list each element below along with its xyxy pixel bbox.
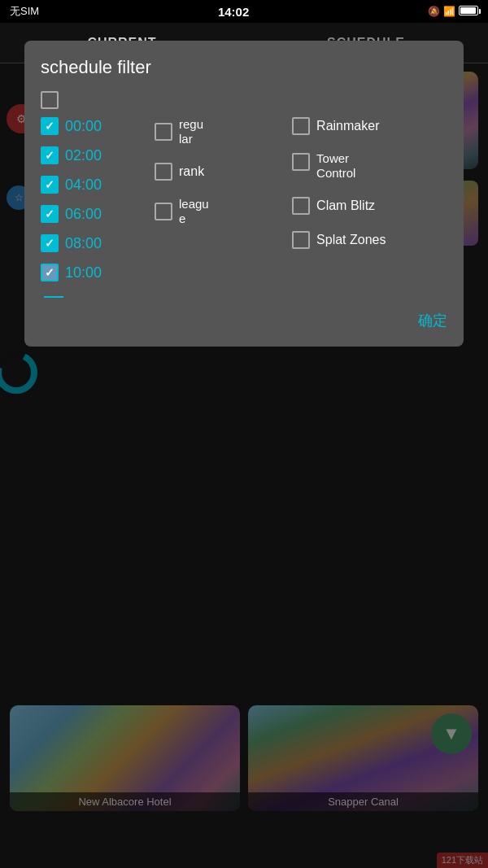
filter-title: schedule filter — [41, 57, 447, 78]
time-checkbox-5[interactable]: ✓ — [41, 264, 59, 281]
battery-icon — [459, 6, 478, 15]
mode-row-league: leagu e — [155, 197, 284, 226]
rule-checkbox-tower[interactable] — [292, 153, 310, 171]
time-label-4: 08:00 — [65, 235, 102, 252]
rule-checkbox-splat[interactable] — [292, 231, 310, 249]
time-checkbox-1[interactable]: ✓ — [41, 146, 59, 164]
time-label-3: 06:00 — [65, 206, 102, 223]
mode-checkbox-regular[interactable] — [155, 123, 172, 141]
rule-label-splat: Splat Zones — [316, 233, 386, 247]
mode-checkbox-rank[interactable] — [155, 163, 172, 181]
time-row-2: ✓ 04:00 — [41, 176, 146, 194]
mode-label-league: leagu e — [179, 197, 209, 226]
time-row-1: ✓ 02:00 — [41, 146, 146, 164]
filter-content: ✓ 00:00 ✓ 02:00 ✓ 04:00 ✓ 06:00 — [41, 117, 447, 298]
time-row-5: ✓ 10:00 — [41, 264, 146, 281]
mode-label-regular: regu lar — [179, 117, 203, 146]
confirm-button[interactable]: 确定 — [418, 311, 447, 330]
rule-row-splat: Splat Zones — [292, 231, 447, 249]
time-label-5: 10:00 — [65, 264, 102, 281]
wifi-icon: 📶 — [443, 6, 455, 17]
battery-container — [459, 6, 478, 18]
time-row-0: ✓ 00:00 — [41, 117, 146, 135]
time-checkbox-3[interactable]: ✓ — [41, 205, 59, 223]
rule-row-rainmaker: Rainmaker — [292, 117, 447, 135]
confirm-row: 确定 — [41, 311, 447, 330]
carrier-label: 无SIM — [10, 4, 39, 19]
rule-label-rainmaker: Rainmaker — [316, 119, 379, 133]
rule-row-clam: Clam Blitz — [292, 197, 447, 215]
time-column: ✓ 00:00 ✓ 02:00 ✓ 04:00 ✓ 06:00 — [41, 117, 146, 298]
mute-icon: 🔕 — [428, 6, 440, 17]
rule-label-tower: TowerControl — [316, 151, 355, 181]
time-label: 14:02 — [218, 5, 249, 19]
master-checkbox[interactable] — [41, 91, 59, 109]
time-label-0: 00:00 — [65, 118, 102, 135]
rules-column: Rainmaker TowerControl Clam Blitz Splat … — [284, 117, 447, 298]
rule-checkbox-rainmaker[interactable] — [292, 117, 310, 135]
mode-row-regular: regu lar — [155, 117, 284, 146]
mode-row-rank: rank — [155, 163, 284, 181]
more-indicator — [44, 296, 63, 298]
mode-label-rank: rank — [179, 164, 204, 179]
filter-modal: schedule filter ✓ 00:00 ✓ 02:00 ✓ — [24, 41, 464, 347]
rule-checkbox-clam[interactable] — [292, 197, 310, 215]
rule-label-clam: Clam Blitz — [316, 198, 375, 213]
time-label-1: 02:00 — [65, 147, 102, 164]
time-label-2: 04:00 — [65, 177, 102, 194]
time-checkbox-0[interactable]: ✓ — [41, 117, 59, 135]
time-row-3: ✓ 06:00 — [41, 205, 146, 223]
mode-column: regu lar rank leagu e — [146, 117, 284, 298]
time-row-4: ✓ 08:00 — [41, 234, 146, 252]
time-checkbox-4[interactable]: ✓ — [41, 234, 59, 252]
mode-checkbox-league[interactable] — [155, 203, 172, 220]
status-bar: 无SIM 14:02 🔕 📶 — [0, 0, 488, 23]
time-checkbox-2[interactable]: ✓ — [41, 176, 59, 194]
master-checkbox-row — [41, 91, 447, 109]
status-icons: 🔕 📶 — [428, 6, 478, 18]
rule-row-tower: TowerControl — [292, 151, 447, 181]
